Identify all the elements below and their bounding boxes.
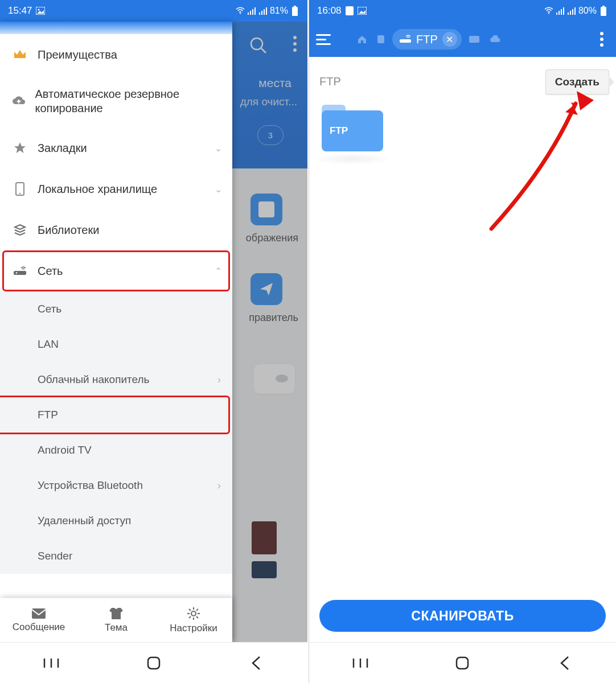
gear-icon — [187, 607, 200, 620]
crumb-window-icon[interactable] — [466, 35, 482, 43]
scan-button[interactable]: СКАНИРОВАТЬ — [319, 600, 606, 632]
sub-item-ftp[interactable]: FTP — [0, 397, 232, 433]
drawer-item-label: Преимущества — [38, 48, 117, 62]
svg-point-19 — [19, 193, 20, 194]
folder-ftp[interactable]: FTP — [322, 101, 383, 151]
svg-rect-51 — [469, 36, 479, 43]
drawer-item-backup[interactable]: Автоматическое резервное копирование — [0, 75, 232, 127]
footer-label: Сообщение — [13, 622, 65, 633]
sub-item-bluetooth[interactable]: Устройства Bluetooth› — [0, 468, 232, 503]
svg-rect-36 — [346, 6, 354, 15]
svg-point-23 — [191, 611, 196, 616]
footer-label: Тема — [105, 622, 128, 633]
svg-rect-42 — [563, 7, 564, 15]
chevron-down-icon: ⌄ — [215, 184, 222, 195]
nav-back-icon[interactable] — [247, 654, 265, 672]
svg-rect-35 — [148, 657, 159, 669]
svg-rect-46 — [574, 7, 576, 15]
drawer-item-label: Локальное хранилище — [38, 182, 157, 196]
sub-item-androidtv[interactable]: Android TV — [0, 433, 232, 468]
app-header: FTP ✕ — [309, 22, 616, 57]
drawer-item-label: Закладки — [38, 141, 87, 155]
svg-rect-20 — [14, 271, 26, 275]
footer-message-button[interactable]: Сообщение — [0, 598, 77, 642]
signal-icon — [556, 6, 565, 15]
crumb-cloud-icon[interactable] — [487, 35, 503, 43]
overflow-menu-icon[interactable] — [593, 32, 610, 47]
create-button-label: Создать — [555, 76, 599, 88]
drawer-item-local[interactable]: Локальное хранилище ⌄ — [0, 168, 232, 209]
signal-icon-2 — [567, 6, 576, 15]
svg-rect-22 — [32, 608, 46, 619]
phone-right: 16:08 80% FTP ✕ FTP Создать — [309, 0, 616, 683]
drawer-header — [0, 22, 232, 34]
hamburger-icon[interactable] — [315, 30, 334, 49]
folder-shadow — [317, 154, 388, 164]
drawer-item-label: Сеть — [38, 264, 63, 278]
footer-settings-button[interactable]: Настройки — [155, 598, 232, 642]
router-icon — [10, 266, 30, 276]
footer-theme-button[interactable]: Тема — [77, 598, 155, 642]
sub-item-remote[interactable]: Удаленный доступ — [0, 503, 232, 538]
svg-rect-44 — [570, 11, 571, 15]
drawer-item-premium[interactable]: Преимущества — [0, 34, 232, 75]
nav-back-icon[interactable] — [556, 654, 574, 672]
status-time: 16:08 — [317, 5, 342, 17]
signal-icon-2 — [258, 6, 268, 15]
chevron-right-icon: › — [217, 479, 221, 492]
svg-line-31 — [196, 609, 198, 611]
svg-rect-50 — [400, 39, 411, 43]
sub-item-label: Удаленный доступ — [38, 515, 131, 527]
nav-home-icon[interactable] — [453, 654, 471, 672]
sub-item-sender[interactable]: Sender — [0, 538, 232, 574]
status-time: 15:47 — [8, 5, 32, 17]
svg-rect-12 — [294, 6, 296, 7]
status-bar-right: 16:08 80% — [309, 0, 616, 22]
drawer-item-libraries[interactable]: Библиотеки — [0, 209, 232, 250]
create-button[interactable]: Создать — [545, 69, 609, 94]
drawer-sublist-network: Сеть LAN Облачный накопитель› FTP Androi… — [0, 291, 232, 574]
drawer-item-bookmarks[interactable]: Закладки ⌄ — [0, 127, 232, 168]
nav-recent-icon[interactable] — [351, 654, 369, 672]
chevron-down-icon: ⌄ — [215, 143, 222, 154]
close-tab-icon[interactable]: ✕ — [442, 32, 457, 47]
header-tab-ftp[interactable]: FTP ✕ — [392, 29, 462, 50]
svg-rect-4 — [250, 11, 251, 15]
svg-rect-9 — [264, 9, 265, 15]
sub-item-cloud[interactable]: Облачный накопитель› — [0, 362, 232, 397]
status-bar-left: 15:47 81% — [0, 0, 307, 22]
drawer-item-network[interactable]: Сеть ⌃ — [0, 250, 232, 291]
svg-rect-10 — [266, 7, 267, 15]
sub-item-label: Сеть — [38, 303, 61, 315]
battery-pct: 80% — [578, 6, 597, 16]
crumb-sd-icon[interactable] — [374, 35, 388, 44]
nav-recent-icon[interactable] — [42, 654, 60, 672]
header-tab-label: FTP — [416, 33, 438, 46]
phone-left: 15:47 81% места для очист... з — [0, 0, 307, 683]
sub-item-label: Sender — [38, 550, 72, 562]
nav-home-icon[interactable] — [145, 654, 163, 672]
svg-rect-39 — [556, 13, 557, 15]
phone-icon — [10, 182, 30, 196]
shirt-icon — [109, 607, 124, 620]
sub-item-label: LAN — [38, 338, 59, 351]
sub-item-lan[interactable]: LAN — [0, 327, 232, 362]
scan-button-label: СКАНИРОВАТЬ — [411, 608, 514, 624]
wifi-icon — [236, 6, 245, 15]
svg-rect-40 — [558, 11, 560, 15]
cloud-up-icon — [10, 96, 27, 107]
battery-icon — [599, 6, 608, 15]
svg-line-28 — [189, 609, 191, 611]
sub-item-network[interactable]: Сеть — [0, 291, 232, 327]
svg-line-30 — [189, 616, 191, 618]
svg-rect-56 — [457, 657, 468, 669]
crumb-home-icon[interactable] — [355, 35, 369, 44]
svg-rect-43 — [568, 13, 569, 15]
svg-rect-48 — [602, 6, 605, 7]
svg-rect-47 — [601, 7, 606, 16]
svg-rect-49 — [377, 35, 384, 43]
svg-rect-3 — [248, 13, 249, 15]
svg-rect-11 — [292, 7, 298, 16]
mail-icon — [31, 608, 46, 619]
svg-rect-45 — [572, 9, 573, 15]
